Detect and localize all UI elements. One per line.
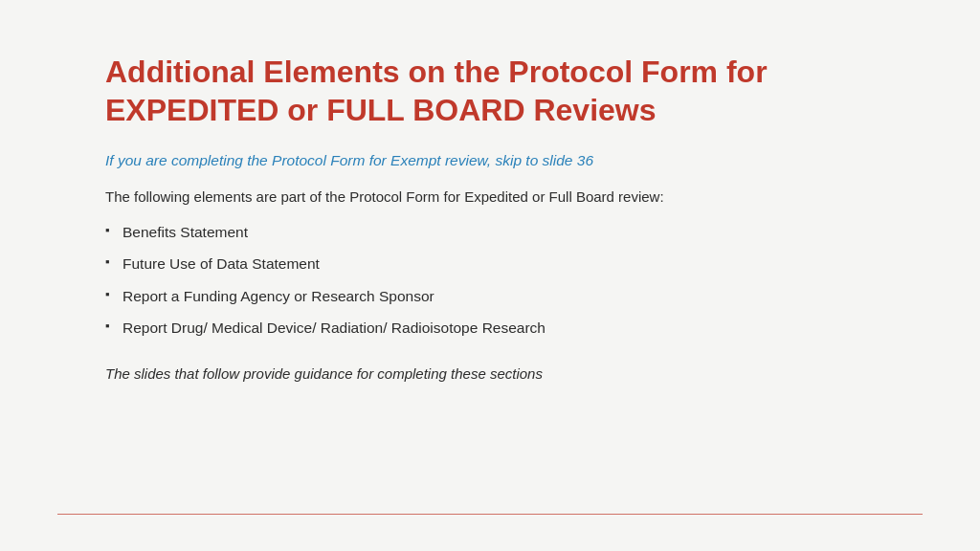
bullet-list: Benefits Statement Future Use of Data St… <box>105 221 884 348</box>
list-item: Report Drug/ Medical Device/ Radiation/ … <box>105 317 884 339</box>
slide-title: Additional Elements on the Protocol Form… <box>105 53 884 129</box>
list-item: Report a Funding Agency or Research Spon… <box>105 285 884 307</box>
intro-text: The following elements are part of the P… <box>105 187 884 209</box>
slide: Additional Elements on the Protocol Form… <box>0 0 980 551</box>
list-item: Benefits Statement <box>105 221 884 243</box>
list-item: Future Use of Data Statement <box>105 253 884 275</box>
subtitle-text: If you are completing the Protocol Form … <box>105 150 884 171</box>
bottom-divider <box>57 514 923 516</box>
closing-text: The slides that follow provide guidance … <box>105 364 884 386</box>
